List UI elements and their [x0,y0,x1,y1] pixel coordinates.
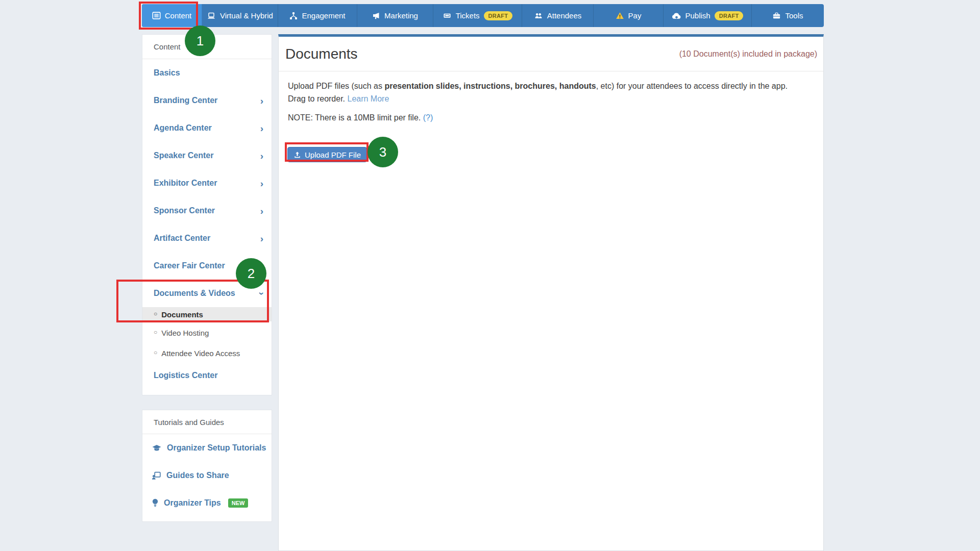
sidebar-item-label: Documents & Videos [154,289,235,298]
description-segment: Upload PDF files (such as [288,82,384,90]
nav-tab-content[interactable]: Content [142,4,202,27]
upload-icon [293,151,301,159]
chevron-right-icon: › [260,234,263,243]
toolbox-icon [772,12,781,20]
annotation-step-2: 2 [236,258,266,289]
nav-tab-publish[interactable]: PublishDRAFT [664,4,752,27]
sidebar-item-attendee-video-access[interactable]: ○Attendee Video Access [142,344,272,362]
sidebar-item-label: Artifact Center [154,234,210,243]
laptop-icon [207,12,216,20]
upload-button-label: Upload PDF File [305,151,361,159]
tutorials-item-guides-to-share[interactable]: Guides to Share [142,462,272,489]
sidebar-item-label: Branding Center [154,96,217,105]
warning-icon [616,12,624,20]
draft-badge: DRAFT [715,11,744,20]
chevron-right-icon: › [260,179,263,188]
documents-description: Upload PDF files (such as presentation s… [288,80,808,105]
nav-tab-virtual-hybrid[interactable]: Virtual & Hybrid [202,4,278,27]
sidebar-item-label: Video Hosting [161,329,209,337]
page-title: Documents [285,46,358,62]
package-count-note: (10 Document(s) included in package) [679,49,817,59]
upload-pdf-button[interactable]: Upload PDF File [287,147,367,162]
graduation-cap-icon [152,444,162,452]
nav-tab-tickets[interactable]: TicketsDRAFT [433,4,522,27]
content-icon [152,11,161,20]
radio-bullet-icon: ○ [154,349,157,356]
nav-tab-attendees[interactable]: Attendees [522,4,594,27]
reorder-text: Drag to reorder. [288,94,348,103]
nav-tab-tools[interactable]: Tools [752,4,824,27]
nav-tab-label: Pay [628,11,642,20]
sidebar-item-basics[interactable]: Basics [142,59,272,87]
description-segment: , etc) for your attendees to access dire… [596,82,788,90]
sidebar-item-label: Career Fair Center [154,261,225,270]
sidebar-item-exhibitor-center[interactable]: Exhibitor Center› [142,169,272,197]
annotation-step-3: 3 [368,137,398,167]
nav-tab-label: Tools [785,11,803,20]
chevron-right-icon: › [260,151,263,161]
radio-bullet-icon: ○ [154,310,157,317]
sidebar-item-branding-center[interactable]: Branding Center› [142,87,272,114]
note-text: NOTE: There is a 10MB limit per file. [288,113,423,122]
tutorials-item-label: Organizer Tips [164,498,221,508]
tutorials-item-label: Organizer Setup Tutorials [167,443,266,453]
chevron-right-icon: › [260,123,263,133]
top-navbar: ContentVirtual & HybridEngagementMarketi… [142,4,824,27]
sidebar-item-label: Attendee Video Access [161,349,240,358]
nav-tab-engagement[interactable]: Engagement [278,4,357,27]
sidebar-item-logistics-center[interactable]: Logistics Center [142,362,272,388]
nav-tab-label: Virtual & Hybrid [220,11,273,20]
nav-tab-pay[interactable]: Pay [594,4,664,27]
nav-tab-label: Engagement [302,11,345,20]
sidebar-item-label: Agenda Center [154,123,212,133]
tutorials-card: Tutorials and Guides Organizer Setup Tut… [142,410,272,522]
megaphone-icon [372,12,380,20]
cloud-upload-icon [672,12,681,19]
sidebar-item-artifact-center[interactable]: Artifact Center› [142,224,272,252]
nav-tab-marketing[interactable]: Marketing [357,4,433,27]
tutorials-item-organizer-tips[interactable]: Organizer TipsNEW [142,489,272,517]
description-segment: presentation slides, instructions, broch… [384,82,596,90]
sidebar-item-documents[interactable]: ○Documents [142,307,272,321]
content-sidebar: Content BasicsBranding Center›Agenda Cen… [142,34,272,395]
file-limit-note: NOTE: There is a 10MB limit per file. (?… [288,113,433,122]
sidebar-item-agenda-center[interactable]: Agenda Center› [142,114,272,142]
new-badge: NEW [228,498,249,508]
learn-more-link[interactable]: Learn More [348,94,389,103]
documents-header-row: Documents (10 Document(s) included in pa… [279,37,823,71]
nav-tab-label: Content [165,11,192,20]
nav-tab-label: Attendees [547,11,582,20]
nav-tab-label: Tickets [456,11,480,20]
tutorials-header: Tutorials and Guides [142,410,272,434]
attendees-icon [534,12,543,19]
tutorials-item-label: Guides to Share [166,471,229,480]
sidebar-item-label: Speaker Center [154,151,213,160]
main-panel: Documents (10 Document(s) included in pa… [278,34,824,551]
sidebar-item-video-hosting[interactable]: ○Video Hosting [142,321,272,344]
chevron-right-icon: › [260,96,263,106]
draft-badge: DRAFT [484,11,513,20]
sidebar-item-label: Exhibitor Center [154,179,217,188]
sidebar-item-label: Basics [154,68,180,78]
sidebar-item-label: Documents [161,310,203,319]
help-link[interactable]: (?) [423,113,433,122]
ticket-icon [443,12,452,19]
chevron-down-icon: › [257,292,266,295]
sidebar-item-label: Sponsor Center [154,206,215,215]
sidebar-item-speaker-center[interactable]: Speaker Center› [142,142,272,169]
engagement-icon [289,12,298,20]
chevron-right-icon: › [260,206,263,216]
annotation-step-1: 1 [185,26,215,56]
nav-tab-label: Publish [685,11,710,20]
nav-tab-label: Marketing [384,11,418,20]
sidebar-item-label: Logistics Center [154,371,217,380]
lightbulb-icon [152,498,159,508]
radio-bullet-icon: ○ [154,329,157,336]
sidebar-item-sponsor-center[interactable]: Sponsor Center› [142,197,272,224]
guides-share-icon [152,471,161,480]
tutorials-item-organizer-setup-tutorials[interactable]: Organizer Setup Tutorials [142,434,272,462]
